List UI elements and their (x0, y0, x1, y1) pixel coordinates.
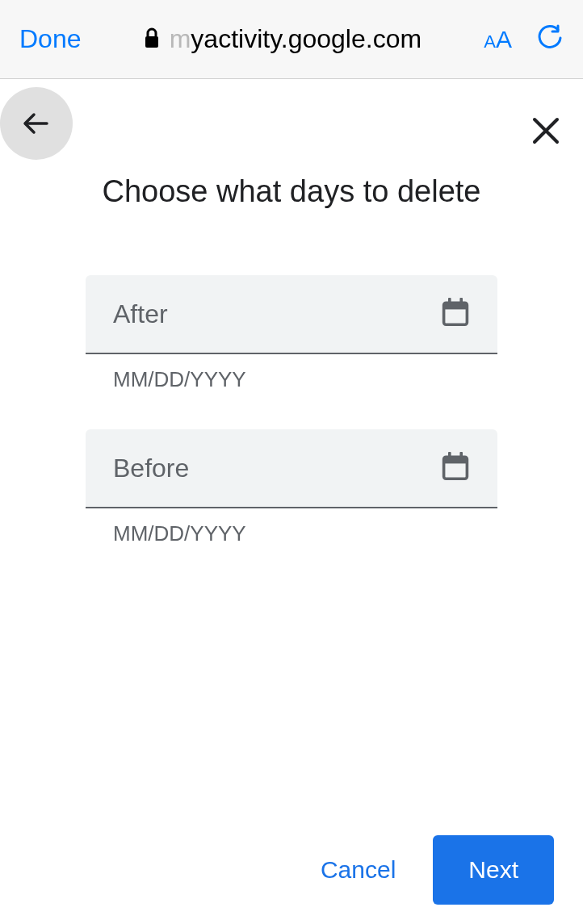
form-section: After MM/DD/YYYY Before (0, 275, 583, 583)
browser-toolbar: Done myactivity.google.com AA (0, 0, 583, 79)
button-row: Cancel Next (314, 835, 554, 905)
close-icon (531, 116, 560, 145)
back-button[interactable] (0, 87, 73, 160)
calendar-icon[interactable] (441, 452, 470, 484)
arrow-left-icon (19, 107, 53, 140)
before-date-input[interactable]: Before (86, 429, 497, 508)
main-content: Choose what days to delete After MM/DD/Y… (0, 79, 583, 924)
svg-rect-4 (459, 298, 463, 305)
after-helper-text: MM/DD/YYYY (86, 354, 497, 392)
done-button[interactable]: Done (19, 24, 82, 54)
after-date-group: After MM/DD/YYYY (86, 275, 497, 392)
svg-rect-8 (459, 452, 463, 459)
svg-rect-6 (444, 457, 468, 463)
svg-rect-7 (448, 452, 451, 459)
before-label: Before (113, 454, 189, 483)
reload-icon[interactable] (528, 24, 564, 55)
after-date-input[interactable]: After (86, 275, 497, 354)
before-date-group: Before MM/DD/YYYY (86, 429, 497, 546)
svg-rect-2 (444, 303, 468, 309)
dialog-header (0, 79, 583, 160)
next-button[interactable]: Next (433, 835, 554, 905)
svg-rect-3 (448, 298, 451, 305)
page-title: Choose what days to delete (0, 174, 583, 209)
before-helper-text: MM/DD/YYYY (86, 508, 497, 546)
cancel-button[interactable]: Cancel (314, 840, 402, 900)
close-button[interactable] (531, 116, 560, 148)
url-bar[interactable]: myactivity.google.com (98, 24, 468, 54)
url-text: myactivity.google.com (170, 24, 422, 54)
svg-rect-0 (145, 36, 158, 48)
text-size-button[interactable]: AA (484, 26, 512, 53)
after-label: After (113, 299, 168, 329)
lock-icon (144, 27, 160, 52)
calendar-icon[interactable] (441, 298, 470, 330)
